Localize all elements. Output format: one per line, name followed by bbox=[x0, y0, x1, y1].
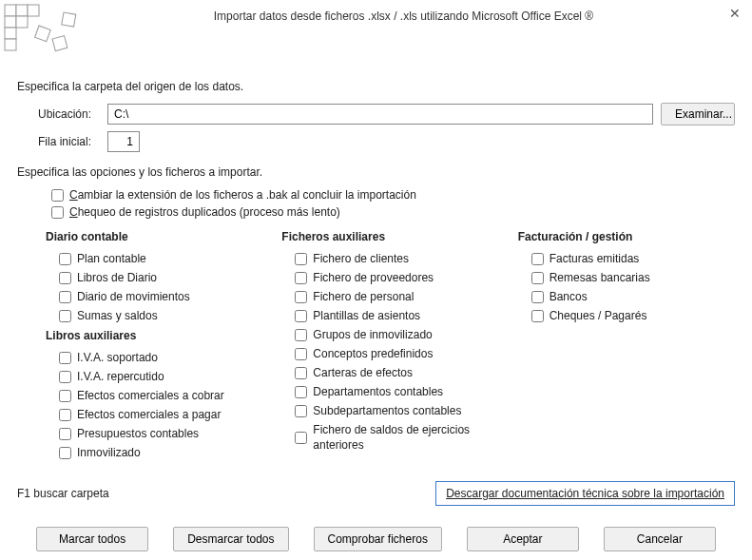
section-origin-label: Especifica la carpeta del origen de los … bbox=[17, 80, 735, 93]
ficheros-checkbox-7[interactable] bbox=[295, 386, 307, 398]
heading-diario-contable: Diario contable bbox=[46, 230, 262, 243]
mark-all-button[interactable]: Marcar todos bbox=[36, 527, 148, 551]
heading-libros-auxiliares: Libros auxiliares bbox=[46, 329, 262, 342]
ficheros-checkbox-8[interactable] bbox=[295, 405, 307, 417]
ficheros-label-4[interactable]: Grupos de inmovilizado bbox=[313, 327, 432, 342]
download-docs-link[interactable]: Descargar documentación técnica sobre la… bbox=[435, 481, 735, 506]
help-hint: F1 buscar carpeta bbox=[17, 487, 109, 500]
ficheros-checkbox-0[interactable] bbox=[295, 253, 307, 265]
dup-check-checkbox[interactable] bbox=[51, 206, 64, 219]
diario-checkbox-3[interactable] bbox=[59, 310, 71, 322]
libros-label-3[interactable]: Efectos comerciales a pagar bbox=[77, 407, 221, 422]
cancel-button[interactable]: Cancelar bbox=[604, 527, 716, 551]
ficheros-label-9[interactable]: Fichero de saldos de ejercicios anterior… bbox=[313, 422, 498, 453]
facturacion-label-3[interactable]: Cheques / Pagarés bbox=[550, 308, 647, 323]
libros-label-2[interactable]: Efectos comerciales a cobrar bbox=[77, 388, 224, 403]
svg-rect-4 bbox=[5, 28, 16, 39]
diario-label-0[interactable]: Plan contable bbox=[77, 251, 146, 266]
section-options-label: Especifica las opciones y los ficheros a… bbox=[17, 165, 735, 179]
location-label: Ubicación: bbox=[17, 107, 107, 121]
svg-rect-5 bbox=[5, 39, 16, 50]
diario-label-2[interactable]: Diario de movimientos bbox=[77, 289, 190, 304]
check-files-button[interactable]: Comprobar ficheros bbox=[314, 527, 442, 551]
facturacion-checkbox-3[interactable] bbox=[531, 310, 544, 322]
diario-label-3[interactable]: Sumas y saldos bbox=[77, 308, 158, 323]
libros-checkbox-4[interactable] bbox=[59, 428, 71, 440]
app-logo bbox=[4, 4, 82, 61]
ficheros-checkbox-2[interactable] bbox=[295, 291, 307, 303]
svg-rect-9 bbox=[62, 12, 76, 27]
ficheros-checkbox-9[interactable] bbox=[295, 432, 307, 444]
ficheros-label-0[interactable]: Fichero de clientes bbox=[313, 251, 409, 266]
facturacion-label-2[interactable]: Bancos bbox=[550, 289, 588, 304]
facturacion-label-1[interactable]: Remesas bancarias bbox=[550, 270, 650, 285]
close-icon[interactable]: ✕ bbox=[725, 4, 744, 23]
libros-checkbox-2[interactable] bbox=[59, 390, 71, 402]
unmark-all-button[interactable]: Desmarcar todos bbox=[173, 527, 288, 551]
heading-facturacion: Facturación / gestión bbox=[518, 230, 735, 243]
libros-label-4[interactable]: Presupuestos contables bbox=[77, 426, 199, 441]
facturacion-label-0[interactable]: Facturas emitidas bbox=[550, 251, 640, 266]
diario-label-1[interactable]: Libros de Diario bbox=[77, 270, 157, 285]
svg-rect-8 bbox=[52, 36, 67, 51]
ficheros-label-1[interactable]: Fichero de proveedores bbox=[313, 270, 434, 285]
facturacion-checkbox-2[interactable] bbox=[531, 291, 544, 303]
rename-bak-checkbox[interactable] bbox=[51, 189, 64, 202]
diario-checkbox-2[interactable] bbox=[59, 291, 71, 303]
browse-button[interactable]: Examinar... bbox=[661, 103, 735, 126]
libros-label-0[interactable]: I.V.A. soportado bbox=[77, 350, 158, 365]
startrow-label: Fila inicial: bbox=[17, 135, 107, 148]
column-ficheros: Ficheros auxiliares Fichero de clientesF… bbox=[281, 224, 498, 464]
ficheros-checkbox-1[interactable] bbox=[295, 272, 307, 284]
libros-checkbox-3[interactable] bbox=[59, 409, 71, 421]
libros-checkbox-1[interactable] bbox=[59, 371, 71, 383]
column-diario: Diario contable Plan contableLibros de D… bbox=[46, 224, 262, 464]
startrow-input[interactable] bbox=[107, 131, 140, 152]
column-facturacion: Facturación / gestión Facturas emitidasR… bbox=[518, 224, 735, 464]
svg-rect-0 bbox=[5, 5, 16, 16]
libros-checkbox-0[interactable] bbox=[59, 352, 71, 364]
ficheros-label-5[interactable]: Conceptos predefinidos bbox=[313, 346, 433, 361]
libros-label-5[interactable]: Inmovilizado bbox=[77, 445, 141, 460]
ficheros-label-3[interactable]: Plantillas de asientos bbox=[313, 308, 420, 323]
ficheros-checkbox-3[interactable] bbox=[295, 310, 307, 322]
location-input[interactable] bbox=[107, 104, 653, 125]
ficheros-checkbox-5[interactable] bbox=[295, 348, 307, 360]
svg-rect-1 bbox=[16, 5, 28, 16]
diario-checkbox-0[interactable] bbox=[59, 253, 71, 265]
facturacion-checkbox-1[interactable] bbox=[531, 272, 544, 284]
svg-rect-7 bbox=[35, 26, 51, 42]
svg-rect-2 bbox=[28, 5, 39, 16]
dialog-title: Importar datos desde ficheros .xlsx / .x… bbox=[82, 4, 725, 23]
rename-bak-label[interactable]: Cambiar la extensión de los ficheros a .… bbox=[69, 188, 416, 202]
dup-check-label[interactable]: Chequeo de registros duplicados (proceso… bbox=[69, 205, 340, 219]
svg-rect-3 bbox=[5, 16, 16, 28]
accept-button[interactable]: Aceptar bbox=[467, 527, 579, 551]
ficheros-checkbox-4[interactable] bbox=[295, 329, 307, 341]
ficheros-label-7[interactable]: Departamentos contables bbox=[313, 384, 443, 399]
heading-ficheros-auxiliares: Ficheros auxiliares bbox=[281, 230, 498, 243]
libros-checkbox-5[interactable] bbox=[59, 447, 71, 459]
ficheros-label-6[interactable]: Carteras de efectos bbox=[313, 365, 413, 380]
ficheros-checkbox-6[interactable] bbox=[295, 367, 307, 379]
libros-label-1[interactable]: I.V.A. repercutido bbox=[77, 369, 164, 384]
facturacion-checkbox-0[interactable] bbox=[531, 253, 544, 265]
diario-checkbox-1[interactable] bbox=[59, 272, 71, 284]
svg-rect-6 bbox=[16, 16, 28, 28]
ficheros-label-8[interactable]: Subdepartamentos contables bbox=[313, 403, 461, 418]
ficheros-label-2[interactable]: Fichero de personal bbox=[313, 289, 414, 304]
